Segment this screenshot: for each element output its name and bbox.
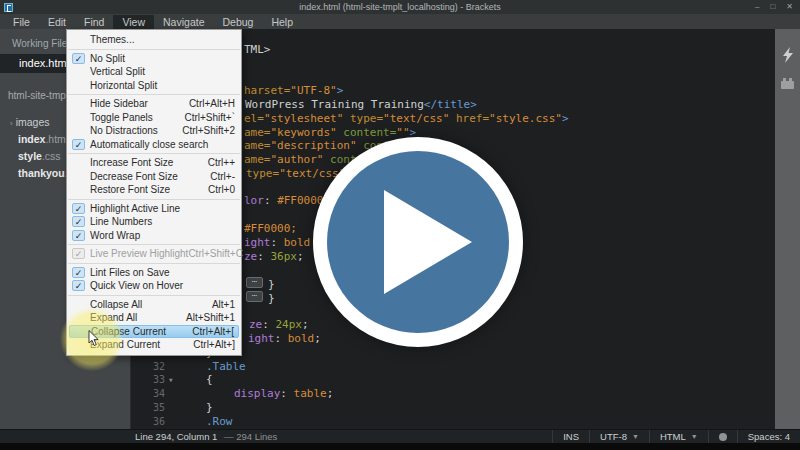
- menubar-item-view[interactable]: View: [113, 15, 154, 29]
- code-token: href=: [449, 112, 489, 125]
- code-token: ze: [244, 250, 257, 263]
- code-token: >: [562, 112, 569, 125]
- minimize-button[interactable]: –: [755, 0, 759, 14]
- close-button[interactable]: ✕: [786, 0, 793, 14]
- menu-item-toggle-panels[interactable]: Toggle PanelsCtrl+Shift+`: [67, 111, 241, 125]
- status-ins[interactable]: INS: [552, 430, 589, 444]
- menu-item-label: Word Wrap: [90, 230, 235, 241]
- code-token: ight: [248, 332, 275, 345]
- code-token: TML>: [244, 43, 271, 56]
- status-utf-8[interactable]: UTF-8▼: [589, 430, 649, 444]
- code-token: type=: [246, 167, 279, 180]
- code-token: ame=: [244, 126, 271, 139]
- menu-item-highlight-active-line[interactable]: ✓Highlight Active Line: [67, 202, 241, 216]
- line-number: 33: [131, 373, 165, 387]
- status-label: HTML: [660, 430, 686, 443]
- menu-item-horizontal-split[interactable]: Horizontal Split: [67, 79, 241, 93]
- code-token: "text/css": [383, 112, 449, 125]
- code-token: :: [262, 318, 275, 331]
- menu-item-no-distractions[interactable]: No DistractionsCtrl+Shift+2: [67, 124, 241, 138]
- code-token: harset=: [244, 84, 290, 97]
- code-token: display: [234, 387, 280, 400]
- menu-item-shortcut: Ctrl+Shift+C: [188, 248, 242, 259]
- menubar-item-edit[interactable]: Edit: [39, 15, 75, 29]
- folder-expand-icon: ›: [10, 119, 13, 128]
- code-token: }: [268, 278, 275, 291]
- line-number: 34: [131, 387, 165, 401]
- checkmark-icon: ✓: [72, 139, 85, 150]
- menu-item-shortcut: Ctrl+0: [208, 184, 235, 195]
- code-token: "stylesheet": [264, 112, 343, 125]
- menu-item-label: Decrease Font Size: [90, 171, 210, 182]
- menu-separator: [68, 94, 240, 95]
- menu-item-decrease-font-size[interactable]: Decrease Font SizeCtrl+-: [67, 170, 241, 184]
- collapsed-code-icon[interactable]: [246, 291, 263, 302]
- lint-status-circle[interactable]: [708, 430, 737, 444]
- menu-separator: [68, 49, 240, 50]
- menu-item-live-preview-highlight[interactable]: ✓Live Preview HighlightCtrl+Shift+C: [67, 247, 241, 261]
- menu-item-vertical-split[interactable]: Vertical Split: [67, 65, 241, 79]
- file-extension: .html: [45, 133, 68, 145]
- menu-item-label: Quick View on Hover: [90, 280, 235, 291]
- code-token: </title>: [424, 98, 477, 111]
- video-play-button[interactable]: [313, 137, 523, 347]
- menu-item-shortcut: Ctrl+Alt+H: [189, 98, 235, 109]
- code-token: table: [294, 387, 327, 400]
- checkmark-icon: ✓: [72, 280, 85, 291]
- menu-item-increase-font-size[interactable]: Increase Font SizeCtrl++: [67, 156, 241, 170]
- collapsed-code-icon[interactable]: [246, 277, 263, 288]
- menu-item-line-numbers[interactable]: ✓Line Numbers: [67, 215, 241, 229]
- menu-item-label: Highlight Active Line: [90, 203, 235, 214]
- code-token: ;: [297, 250, 304, 263]
- chevron-down-icon: ▼: [632, 430, 639, 443]
- menubar-item-help[interactable]: Help: [262, 15, 302, 29]
- menu-item-restore-font-size[interactable]: Restore Font SizeCtrl+0: [67, 183, 241, 197]
- code-text: .Table: [206, 360, 246, 374]
- menu-item-themes-[interactable]: Themes...: [67, 33, 241, 47]
- file-name: thankyou: [18, 167, 65, 179]
- code-token: :: [271, 236, 284, 249]
- code-text: }: [206, 401, 213, 415]
- code-token: .Row: [206, 415, 233, 428]
- menu-item-shortcut: Ctrl++: [208, 157, 235, 168]
- checkmark-icon: ✓: [72, 267, 85, 278]
- code-text: display: table;: [234, 387, 333, 401]
- menu-item-label: Horizontal Split: [90, 80, 235, 91]
- menu-separator: [68, 153, 240, 154]
- menu-item-shortcut: Alt+Shift+1: [186, 312, 235, 323]
- code-token: ;: [327, 387, 334, 400]
- code-token: }: [268, 292, 275, 305]
- total-lines-info: — 294 Lines: [224, 431, 277, 442]
- menu-item-label: Restore Font Size: [90, 184, 208, 195]
- menu-item-lint-files-on-save[interactable]: ✓Lint Files on Save: [67, 266, 241, 280]
- menu-item-label: Toggle Panels: [90, 112, 184, 123]
- check-spacer: [72, 112, 85, 123]
- menu-item-label: No Distractions: [90, 125, 182, 136]
- menu-bar: FileEditFindViewNavigateDebugHelp: [0, 14, 800, 29]
- fold-arrow-icon[interactable]: ▼: [169, 376, 173, 384]
- menu-item-no-split[interactable]: ✓No Split: [67, 52, 241, 66]
- live-preview-lightning-icon[interactable]: [782, 47, 794, 63]
- menu-item-word-wrap[interactable]: ✓Word Wrap: [67, 229, 241, 243]
- code-token: 36px: [271, 250, 298, 263]
- check-spacer: [72, 125, 85, 136]
- menu-item-hide-sidebar[interactable]: Hide SidebarCtrl+Alt+H: [67, 97, 241, 111]
- menu-item-shortcut: Ctrl+Shift+2: [182, 125, 235, 136]
- menu-item-label: Line Numbers: [90, 216, 235, 227]
- status-spaces-4[interactable]: Spaces: 4: [737, 430, 800, 444]
- menubar-item-find[interactable]: Find: [75, 15, 113, 29]
- menubar-item-file[interactable]: File: [4, 15, 39, 29]
- code-token: bold: [284, 236, 311, 249]
- maximize-button[interactable]: □: [770, 0, 775, 14]
- code-token: :: [275, 332, 288, 345]
- code-text: ze: 36px;: [244, 250, 304, 264]
- menu-item-quick-view-on-hover[interactable]: ✓Quick View on Hover: [67, 279, 241, 293]
- menubar-item-debug[interactable]: Debug: [213, 15, 262, 29]
- extension-manager-brick-icon[interactable]: [781, 81, 794, 89]
- check-spacer: [72, 34, 85, 45]
- status-bar: Line 294, Column 1 — 294 Lines INSUTF-8▼…: [0, 429, 800, 443]
- menu-item-automatically-close-search[interactable]: ✓Automatically close search: [67, 138, 241, 152]
- menubar-item-navigate[interactable]: Navigate: [154, 15, 213, 29]
- status-label: INS: [563, 430, 579, 443]
- status-html[interactable]: HTML▼: [649, 430, 708, 444]
